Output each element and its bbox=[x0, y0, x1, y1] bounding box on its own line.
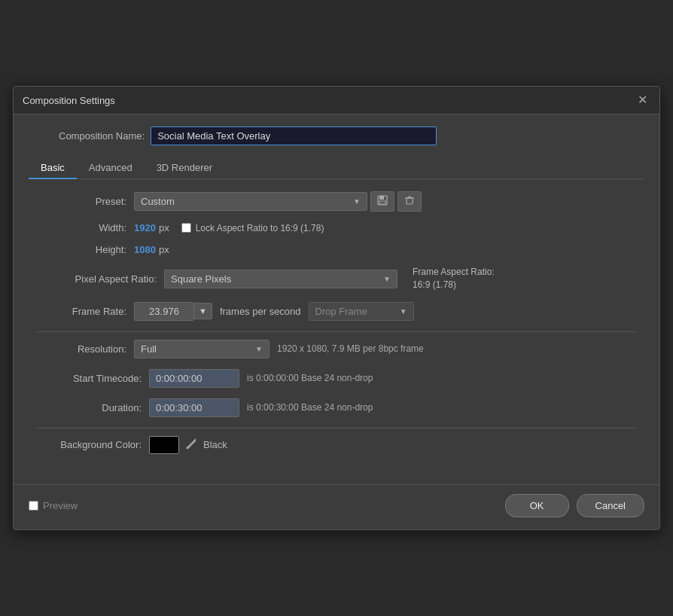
background-color-name: Black bbox=[203, 439, 227, 450]
par-row: Pixel Aspect Ratio: Square Pixels ▼ Fram… bbox=[36, 266, 637, 291]
svg-rect-3 bbox=[407, 198, 413, 204]
preset-value: Custom bbox=[141, 196, 175, 207]
resolution-dropdown-arrow: ▼ bbox=[255, 345, 263, 353]
preset-row: Preset: Custom ▼ bbox=[36, 191, 637, 212]
preview-label: Preview bbox=[43, 500, 78, 511]
par-value: Square Pixels bbox=[171, 273, 231, 285]
lock-aspect-checkbox[interactable] bbox=[181, 223, 191, 233]
lock-aspect-row: Lock Aspect Ratio to 16:9 (1.78) bbox=[181, 223, 324, 233]
drop-frame-arrow: ▼ bbox=[400, 307, 407, 316]
cancel-button[interactable]: Cancel bbox=[577, 494, 644, 517]
height-unit: px bbox=[159, 244, 169, 255]
tab-advanced[interactable]: Advanced bbox=[77, 157, 145, 179]
start-timecode-row: Start Timecode: is 0:00:00:00 Base 24 no… bbox=[36, 369, 637, 388]
title-bar: Composition Settings ✕ bbox=[14, 87, 659, 114]
lock-aspect-label: Lock Aspect Ratio to 16:9 (1.78) bbox=[196, 223, 324, 233]
save-icon bbox=[377, 195, 388, 206]
start-timecode-input[interactable] bbox=[149, 369, 239, 388]
width-row: Width: 1920 px Lock Aspect Ratio to 16:9… bbox=[36, 222, 637, 233]
tabs-container: Basic Advanced 3D Renderer bbox=[29, 157, 644, 179]
frame-rate-row: Frame Rate: ▼ frames per second Drop Fra… bbox=[36, 302, 637, 321]
dialog-title: Composition Settings bbox=[23, 95, 115, 106]
divider-2 bbox=[36, 428, 637, 428]
background-color-label: Background Color: bbox=[36, 439, 142, 450]
preset-label: Preset: bbox=[36, 196, 126, 207]
height-value: 1080 bbox=[134, 244, 156, 255]
frame-aspect-box: Frame Aspect Ratio: 16:9 (1.78) bbox=[413, 266, 495, 291]
close-button[interactable]: ✕ bbox=[635, 93, 650, 108]
par-dropdown[interactable]: Square Pixels ▼ bbox=[164, 270, 397, 288]
par-dropdown-arrow: ▼ bbox=[383, 275, 391, 283]
preview-row: Preview bbox=[29, 500, 78, 511]
frame-aspect-label: Frame Aspect Ratio: bbox=[413, 266, 495, 279]
width-unit: px bbox=[159, 222, 169, 233]
divider-1 bbox=[36, 331, 637, 332]
resolution-value: Full bbox=[141, 343, 157, 355]
frame-rate-unit: frames per second bbox=[220, 306, 301, 317]
drop-frame-dropdown[interactable]: Drop Frame ▼ bbox=[309, 302, 414, 321]
frame-rate-dropdown-btn[interactable]: ▼ bbox=[193, 303, 212, 319]
duration-label: Duration: bbox=[36, 402, 142, 413]
start-timecode-label: Start Timecode: bbox=[36, 373, 142, 384]
preset-dropdown-arrow: ▼ bbox=[353, 197, 361, 206]
width-value: 1920 bbox=[134, 222, 156, 233]
frame-aspect-value: 16:9 (1.78) bbox=[413, 279, 495, 291]
drop-frame-value: Drop Frame bbox=[315, 306, 367, 317]
dialog-footer: Preview OK Cancel bbox=[14, 484, 659, 529]
resolution-row: Resolution: Full ▼ 1920 x 1080, 7.9 MB p… bbox=[36, 340, 637, 358]
resolution-label: Resolution: bbox=[36, 343, 126, 355]
form-section: Preset: Custom ▼ bbox=[29, 191, 644, 454]
ok-button[interactable]: OK bbox=[505, 494, 569, 517]
composition-name-label: Composition Name: bbox=[59, 130, 145, 142]
width-label: Width: bbox=[36, 222, 126, 233]
frame-rate-input[interactable] bbox=[134, 302, 194, 321]
resolution-info: 1920 x 1080, 7.9 MB per 8bpc frame bbox=[277, 343, 424, 354]
resolution-dropdown[interactable]: Full ▼ bbox=[134, 340, 270, 358]
background-color-row: Background Color: Black bbox=[36, 436, 637, 454]
height-label: Height: bbox=[36, 244, 126, 255]
preset-save-button[interactable] bbox=[370, 191, 394, 212]
frame-rate-label: Frame Rate: bbox=[36, 306, 126, 317]
par-label: Pixel Aspect Ratio: bbox=[36, 273, 157, 285]
svg-rect-1 bbox=[379, 196, 384, 200]
preset-delete-button[interactable] bbox=[397, 191, 422, 212]
duration-input[interactable] bbox=[149, 398, 239, 417]
tab-basic[interactable]: Basic bbox=[29, 157, 77, 179]
preview-checkbox[interactable] bbox=[29, 501, 38, 511]
dialog-body: Composition Name: Basic Advanced 3D Rend… bbox=[14, 114, 659, 477]
composition-name-input[interactable] bbox=[151, 127, 437, 145]
svg-rect-5 bbox=[408, 197, 411, 198]
button-group: OK Cancel bbox=[505, 494, 644, 517]
composition-name-row: Composition Name: bbox=[29, 127, 644, 145]
height-row: Height: 1080 px bbox=[36, 244, 637, 255]
svg-point-6 bbox=[187, 447, 189, 449]
trash-icon bbox=[404, 195, 415, 206]
background-color-swatch[interactable] bbox=[149, 436, 179, 454]
tab-3d-renderer[interactable]: 3D Renderer bbox=[145, 157, 224, 179]
duration-info: is 0:00:30:00 Base 24 non-drop bbox=[247, 402, 373, 413]
preset-dropdown[interactable]: Custom ▼ bbox=[134, 192, 367, 211]
svg-rect-2 bbox=[379, 201, 385, 204]
duration-row: Duration: is 0:00:30:00 Base 24 non-drop bbox=[36, 398, 637, 417]
eyedropper-button[interactable] bbox=[184, 436, 199, 454]
start-timecode-info: is 0:00:00:00 Base 24 non-drop bbox=[247, 373, 373, 383]
composition-settings-dialog: Composition Settings ✕ Composition Name:… bbox=[13, 86, 660, 530]
eyedropper-icon bbox=[185, 438, 197, 450]
